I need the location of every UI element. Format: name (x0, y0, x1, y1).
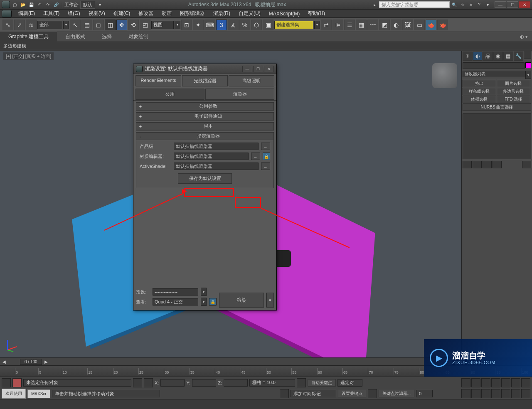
hierarchy-panel-icon[interactable]: 品 (483, 52, 493, 61)
ribbon-tab-selection[interactable]: 选择 (94, 32, 120, 42)
x-field[interactable] (160, 379, 185, 387)
select-link-icon[interactable]: ⤡ (2, 20, 13, 30)
autokey-button[interactable]: 自动关键点 (308, 379, 336, 387)
fov-icon[interactable] (501, 389, 510, 398)
save-defaults-button[interactable]: 保存为默认设置 (178, 173, 232, 184)
matedit-choose-button[interactable]: ... (251, 153, 260, 160)
help-search-input[interactable] (379, 1, 450, 8)
percent-snap-icon[interactable]: % (239, 20, 250, 30)
view-lock-icon[interactable]: 🔒 (209, 298, 217, 306)
ribbon-tab-objectpaint[interactable]: 对象绘制 (120, 32, 157, 42)
current-frame-field[interactable]: 0 (416, 390, 433, 397)
modifier-stack[interactable] (463, 113, 531, 159)
snap-toggle-icon[interactable]: 3 (216, 20, 227, 30)
open-icon[interactable]: 📂 (19, 1, 27, 8)
isolate-icon[interactable] (144, 378, 153, 387)
rollout-assign-header[interactable]: -指定渲染器 (136, 133, 273, 140)
ref-coord-arrow-icon[interactable]: ▾ (175, 21, 180, 29)
render-setup-icon[interactable]: 🖼 (402, 20, 413, 30)
show-end-result-icon[interactable] (473, 161, 482, 168)
material-editor-icon[interactable]: ◐ (391, 20, 401, 30)
select-name-icon[interactable]: ▤ (81, 20, 92, 30)
menu-modifiers[interactable]: 修改器 (134, 9, 158, 18)
workspace-arrow-icon[interactable]: ▾ (96, 1, 103, 8)
angle-snap-icon[interactable]: ∡ (228, 20, 239, 30)
time-slider[interactable]: ◀ 0 / 100 ▶ (0, 357, 461, 365)
ribbon-toggle-icon[interactable]: ◐ ▾ (516, 34, 532, 39)
preset-dropdown[interactable]: --------------- (153, 288, 198, 296)
named-selection-arrow-icon[interactable]: ▾ (314, 21, 320, 29)
time-slider-thumb[interactable]: 0 / 100 (20, 359, 42, 365)
lock-ui-icon[interactable] (524, 52, 531, 59)
binoculars-icon[interactable]: 🔍 (451, 1, 458, 8)
use-center-icon[interactable]: ⊡ (181, 20, 192, 30)
close-button[interactable]: ✕ (519, 1, 530, 8)
goto-end-icon[interactable] (501, 378, 510, 387)
menu-group[interactable]: 组(G) (64, 9, 84, 18)
tab-advanced-lighting[interactable]: 高级照明 (229, 75, 274, 86)
select-scale-icon[interactable]: ◰ (140, 20, 150, 30)
modify-panel-icon[interactable]: ◐ (473, 52, 483, 61)
dialog-close-button[interactable]: ✕ (264, 66, 274, 72)
selected-dd[interactable]: 选定对 (337, 379, 362, 387)
motion-panel-icon[interactable]: ◉ (493, 52, 503, 61)
ref-coord-dropdown[interactable]: 视图 (151, 21, 174, 29)
keyfilter-button[interactable]: 关键点过滤器... (379, 390, 414, 397)
dialog-titlebar[interactable]: 渲染设置: 默认扫描线渲染器 — ☐ ✕ (133, 64, 276, 74)
create-panel-icon[interactable]: ✳ (463, 52, 473, 61)
keyboard-shortcut-icon[interactable]: ⌨ (204, 20, 215, 30)
menu-customize[interactable]: 自定义(U) (234, 9, 265, 18)
menu-views[interactable]: 视图(V) (84, 9, 109, 18)
modifier-list-arrow-icon[interactable]: ▾ (525, 71, 531, 79)
dialog-maximize-button[interactable]: ☐ (253, 66, 263, 72)
tab-renderer[interactable]: 渲染器 (205, 89, 274, 100)
viewport-label[interactable]: [+] [正交] [真实 + 边面] (3, 52, 54, 60)
adaptive-degradation-icon[interactable] (297, 378, 306, 387)
tab-render-elements[interactable]: Render Elements (135, 75, 181, 86)
redo-icon[interactable]: ↷ (44, 1, 52, 8)
display-panel-icon[interactable]: ▤ (503, 52, 513, 61)
orbit-icon[interactable] (511, 389, 520, 398)
zoom-extents-icon[interactable] (491, 389, 500, 398)
maxscript-mini-listener-icon[interactable] (2, 378, 11, 387)
save-icon[interactable]: 💾 (27, 1, 35, 8)
mod-btn-splineselect[interactable]: 样条线选择 (463, 88, 496, 95)
select-object-icon[interactable]: ↖ (70, 20, 81, 30)
rollout-script-header[interactable]: +脚本 (136, 123, 273, 130)
object-color-swatch[interactable] (525, 62, 531, 68)
app-icon[interactable] (2, 1, 10, 8)
render-split-button[interactable]: ▾ (266, 293, 274, 308)
ribbon-tab-graphite[interactable]: Graphite 建模工具 (0, 32, 57, 42)
curve-editor-icon[interactable]: 〰 (367, 20, 378, 30)
undo-icon[interactable]: ↶ (36, 1, 43, 8)
render-production-icon[interactable]: 🫖 (426, 20, 436, 30)
mod-btn-nurbs[interactable]: NURBS 曲面选择 (463, 103, 531, 111)
layer-manager-icon[interactable]: ☰ (344, 20, 355, 30)
unlink-icon[interactable]: ⤢ (14, 20, 25, 30)
menu-rendering[interactable]: 渲染(R) (209, 9, 234, 18)
menu-help[interactable]: 帮助(H) (304, 9, 329, 18)
configure-sets-icon[interactable] (522, 161, 531, 168)
bind-spacewarp-icon[interactable]: ≋ (26, 20, 37, 30)
minimize-button[interactable]: — (495, 1, 506, 8)
mirror-icon[interactable]: ⇄ (321, 20, 332, 30)
spinner-snap-icon[interactable]: ⬡ (251, 20, 262, 30)
selection-filter-arrow-icon[interactable]: ▾ (63, 21, 69, 29)
communication-icon[interactable]: ☆ (459, 1, 466, 8)
render-iterative-icon[interactable]: 🫖 (437, 20, 448, 30)
project-icon[interactable]: 🔗 (52, 1, 60, 8)
time-config-icon[interactable] (521, 378, 530, 387)
timetag-icon[interactable] (280, 389, 289, 398)
mod-btn-extrude[interactable]: 挤出 (463, 80, 496, 87)
rollout-common-params-header[interactable]: +公用参数 (136, 103, 273, 110)
graphite-toggle-icon[interactable]: ▦ (356, 20, 367, 30)
pan-icon[interactable] (461, 389, 470, 398)
zoom-icon[interactable] (471, 389, 480, 398)
next-frame-icon[interactable] (491, 378, 500, 387)
key-mode-icon[interactable] (511, 378, 520, 387)
caret-icon[interactable]: ▸ (371, 1, 378, 8)
rollout-email-header[interactable]: +电子邮件通知 (136, 113, 273, 120)
zoom-all-icon[interactable] (481, 389, 490, 398)
maximize-button[interactable]: ☐ (507, 1, 518, 8)
view-dropdown[interactable]: Quad 4 - 正交 (153, 298, 198, 306)
